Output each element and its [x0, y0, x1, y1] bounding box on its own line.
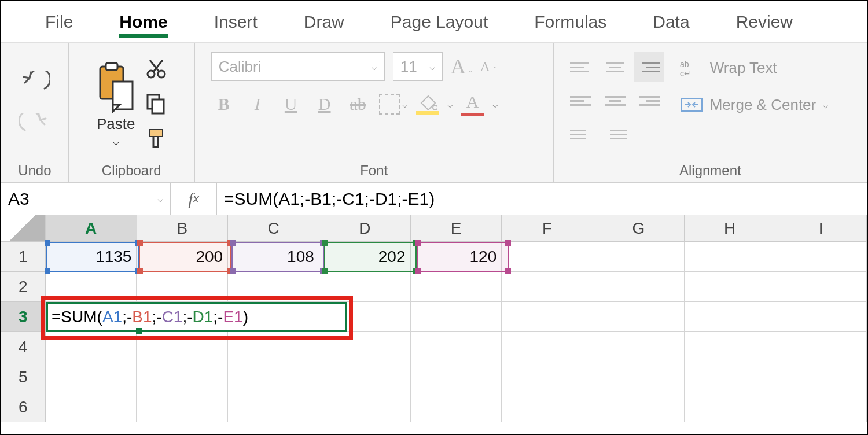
cell-G3[interactable] [593, 302, 685, 332]
col-header-F[interactable]: F [502, 215, 593, 242]
col-header-C[interactable]: C [228, 215, 319, 242]
cell-I3[interactable] [775, 302, 867, 332]
col-header-B[interactable]: B [137, 215, 229, 242]
cell-D5[interactable] [319, 362, 411, 392]
cell-C4[interactable] [228, 332, 319, 362]
cell-F1[interactable] [502, 242, 593, 272]
font-color-button[interactable]: A [461, 92, 484, 116]
row-header-6[interactable]: 6 [1, 392, 46, 422]
cell-B4[interactable] [137, 332, 228, 362]
tab-review[interactable]: Review [713, 1, 816, 42]
name-box[interactable]: A3 ⌵ [1, 183, 171, 215]
row-header-5[interactable]: 5 [1, 362, 46, 392]
tab-home[interactable]: Home [96, 1, 190, 42]
undo-button[interactable] [19, 71, 50, 97]
italic-button[interactable]: I [245, 91, 270, 117]
double-underline-button[interactable]: D [312, 91, 337, 117]
fill-color-button[interactable] [416, 94, 439, 115]
cut-button[interactable] [145, 58, 167, 82]
cell-D2[interactable] [319, 272, 411, 302]
fx-label[interactable]: fx [171, 183, 217, 215]
tab-file[interactable]: File [22, 1, 96, 42]
cell-E5[interactable] [411, 362, 502, 392]
strikethrough-button[interactable]: ab [345, 91, 371, 117]
fill-handle[interactable] [136, 328, 142, 334]
align-middle-right-button[interactable] [634, 86, 664, 116]
cell-H1[interactable] [685, 242, 776, 272]
row-header-1[interactable]: 1 [1, 242, 46, 272]
cell-H5[interactable] [685, 362, 776, 392]
col-header-H[interactable]: H [685, 215, 776, 242]
cell-I1[interactable] [775, 242, 867, 272]
cell-I6[interactable] [775, 392, 867, 422]
increase-indent-button[interactable] [600, 119, 630, 149]
merge-center-button[interactable]: Merge & Center ⌵ [680, 95, 829, 115]
cell-A6[interactable] [46, 392, 137, 422]
align-top-center-button[interactable] [600, 52, 630, 82]
cell-F2[interactable] [502, 272, 593, 302]
tab-draw[interactable]: Draw [281, 1, 367, 42]
cell-F5[interactable] [502, 362, 593, 392]
cell-H6[interactable] [685, 392, 776, 422]
row-header-2[interactable]: 2 [1, 272, 46, 302]
cell-C6[interactable] [228, 392, 319, 422]
cell-E6[interactable] [411, 392, 502, 422]
underline-button[interactable]: U [278, 91, 304, 117]
paste-button[interactable]: Paste ⌵ [95, 61, 136, 148]
cell-G6[interactable] [593, 392, 685, 422]
bold-button[interactable]: B [211, 91, 237, 117]
cell-I4[interactable] [775, 332, 867, 362]
cell-B6[interactable] [137, 392, 228, 422]
shrink-font-button[interactable]: Aˇ [480, 59, 496, 75]
cell-H2[interactable] [685, 272, 776, 302]
cell-H3[interactable] [685, 302, 776, 332]
cell-G1[interactable] [593, 242, 685, 272]
decrease-indent-button[interactable] [567, 119, 597, 149]
row-header-3[interactable]: 3 [1, 302, 46, 332]
cell-G4[interactable] [593, 332, 685, 362]
formula-input[interactable]: =SUM(A1;-B1;-C1;-D1;-E1) [217, 189, 867, 209]
cell-C5[interactable] [228, 362, 319, 392]
cell-A4[interactable] [46, 332, 137, 362]
redo-button[interactable] [19, 113, 50, 138]
tab-formulas[interactable]: Formulas [511, 1, 630, 42]
align-top-right-button[interactable] [634, 52, 664, 82]
tab-data[interactable]: Data [630, 1, 712, 42]
cell-I5[interactable] [775, 362, 867, 392]
cell-F4[interactable] [502, 332, 593, 362]
col-header-D[interactable]: D [319, 215, 411, 242]
align-top-left-button[interactable] [567, 52, 597, 82]
copy-button[interactable] [145, 93, 167, 117]
cell-F3[interactable] [502, 302, 593, 332]
editing-cell-A3[interactable]: =SUM(A1;-B1;-C1;-D1;-E1) [46, 302, 347, 332]
col-header-E[interactable]: E [411, 215, 502, 242]
font-name-select[interactable]: Calibri ⌵ [211, 52, 385, 81]
cell-I2[interactable] [775, 272, 867, 302]
col-header-G[interactable]: G [593, 215, 685, 242]
cell-D4[interactable] [319, 332, 411, 362]
tab-insert[interactable]: Insert [191, 1, 281, 42]
cell-A5[interactable] [46, 362, 137, 392]
tab-page-layout[interactable]: Page Layout [367, 1, 511, 42]
cell-G2[interactable] [593, 272, 685, 302]
cell-E3[interactable] [411, 302, 502, 332]
cell-G5[interactable] [593, 362, 685, 392]
col-header-A[interactable]: A [46, 215, 137, 242]
row-header-4[interactable]: 4 [1, 332, 46, 362]
font-size-select[interactable]: 11 ⌵ [393, 52, 443, 81]
grow-font-button[interactable]: Aˆ [451, 54, 472, 79]
cell-E4[interactable] [411, 332, 502, 362]
format-painter-button[interactable] [145, 127, 167, 152]
align-middle-center-button[interactable] [600, 86, 630, 116]
cell-B5[interactable] [137, 362, 228, 392]
borders-button[interactable]: ⌵ [379, 94, 408, 115]
col-header-I[interactable]: I [775, 215, 867, 242]
wrap-text-button[interactable]: abc↵ Wrap Text [680, 58, 829, 78]
cell-F6[interactable] [502, 392, 593, 422]
cell-A2[interactable] [46, 272, 137, 302]
cell-C2[interactable] [228, 272, 319, 302]
cell-H4[interactable] [685, 332, 776, 362]
cell-D6[interactable] [319, 392, 411, 422]
select-all-corner[interactable] [1, 215, 46, 242]
align-middle-left-button[interactable] [567, 86, 597, 116]
